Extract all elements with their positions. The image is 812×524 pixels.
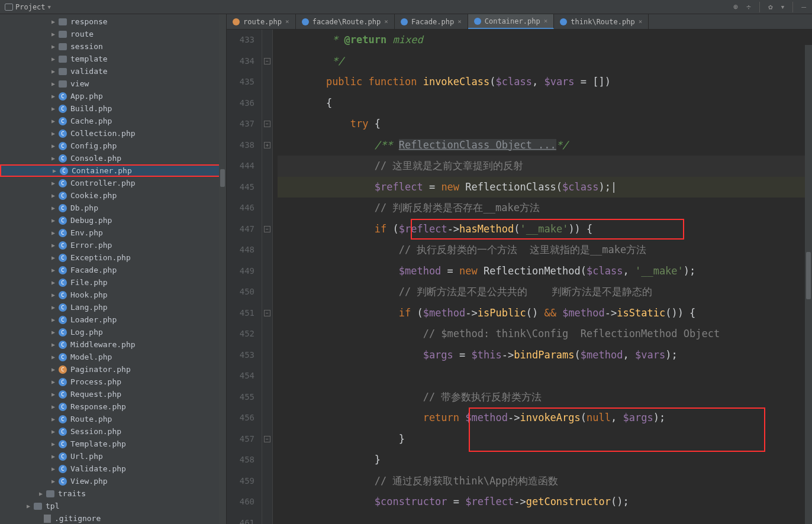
editor-tab[interactable]: Facade.php× — [395, 14, 468, 29]
scroll-from-source-icon[interactable]: ⊕ — [733, 2, 738, 11]
scrollbar-thumb[interactable] — [220, 169, 225, 187]
tree-item[interactable]: ▶Cache.php — [0, 115, 226, 127]
fold-toggle-icon[interactable]: + — [264, 142, 270, 148]
code-line[interactable]: /** ReflectionClass Object ...*/ — [278, 135, 812, 156]
expand-icon[interactable]: ▶ — [50, 316, 56, 323]
tree-item[interactable]: ▶Template.php — [0, 438, 226, 450]
expand-icon[interactable]: ▶ — [50, 18, 56, 25]
code-line[interactable] — [278, 513, 812, 525]
expand-icon[interactable]: ▶ — [50, 217, 56, 224]
scrollbar-thumb[interactable] — [806, 252, 811, 299]
code-line[interactable]: // 判断方法是不是公共共的 判断方法是不是静态的 — [278, 282, 812, 303]
code-line[interactable]: } — [278, 429, 812, 450]
tree-item[interactable]: ▶Loader.php — [0, 313, 226, 326]
tree-item[interactable]: ▶Console.php — [0, 152, 226, 164]
tree-item[interactable]: ▶Error.php — [0, 239, 226, 251]
sidebar-scrollbar[interactable] — [219, 14, 226, 524]
tree-item[interactable]: ▶Hook.php — [0, 289, 226, 301]
code-line[interactable]: return $method->invokeArgs(null, $args); — [278, 407, 812, 429]
code-line[interactable]: // 通过反射获取think\App的构造函数 — [278, 471, 812, 492]
project-tool-button[interactable]: Project ▼ — [0, 3, 56, 11]
close-icon[interactable]: × — [285, 18, 289, 25]
expand-icon[interactable]: ▶ — [50, 242, 56, 248]
expand-icon[interactable]: ▶ — [50, 192, 56, 199]
expand-icon[interactable]: ▶ — [50, 43, 56, 50]
expand-icon[interactable]: ▶ — [50, 391, 56, 397]
editor-tab[interactable]: facade\Route.php× — [296, 14, 395, 29]
expand-icon[interactable]: ▶ — [50, 229, 56, 236]
collapse-all-icon[interactable]: ÷ — [746, 2, 751, 11]
expand-icon[interactable]: ▶ — [50, 354, 56, 360]
expand-icon[interactable]: ▶ — [50, 118, 56, 124]
code-line[interactable]: $constructor = $reflect->getConstructor(… — [278, 491, 812, 513]
tree-item[interactable]: ▶Model.php — [0, 351, 226, 363]
tree-item[interactable]: ▶View.php — [0, 475, 226, 487]
close-icon[interactable]: × — [384, 18, 388, 25]
expand-icon[interactable]: ▶ — [50, 180, 56, 186]
expand-icon[interactable]: ▶ — [50, 292, 56, 298]
expand-icon[interactable]: ▶ — [50, 68, 56, 75]
code-line[interactable]: // 带参数执行反射类方法 — [278, 387, 812, 408]
project-sidebar[interactable]: ▶response▶route▶session▶template▶validat… — [0, 14, 227, 524]
code-line[interactable]: { — [278, 93, 812, 114]
tree-item[interactable]: ▶File.php — [0, 276, 226, 289]
code-line[interactable]: */ — [278, 51, 812, 72]
tree-item[interactable]: ▶Facade.php — [0, 264, 226, 276]
fold-toggle-icon[interactable]: − — [264, 226, 270, 232]
code-line[interactable]: // 执行反射类的一个方法 这里就指的是__make方法 — [278, 240, 812, 261]
code-line[interactable]: * @return mixed — [278, 30, 812, 51]
close-icon[interactable]: × — [457, 18, 462, 25]
code-line[interactable]: // $method: think\Config ReflectionMetho… — [278, 324, 812, 345]
fold-toggle-icon[interactable]: − — [264, 58, 270, 64]
expand-icon[interactable]: ▶ — [50, 205, 56, 211]
expand-icon[interactable]: ▶ — [50, 379, 56, 385]
tree-item[interactable]: ▶Controller.php — [0, 177, 226, 189]
fold-column[interactable]: −−+−−− — [262, 30, 273, 524]
code-line[interactable]: try { — [278, 114, 812, 135]
code-line[interactable]: if ($reflect->hasMethod('__make')) { — [278, 219, 812, 240]
tree-item[interactable]: ▶Paginator.php — [0, 363, 226, 376]
expand-icon[interactable]: ▶ — [50, 341, 56, 348]
tree-item[interactable]: ▶Collection.php — [0, 127, 226, 140]
editor-tab[interactable]: route.php× — [227, 14, 296, 29]
expand-icon[interactable]: ▶ — [50, 56, 56, 62]
tree-item[interactable]: ▶Db.php — [0, 202, 226, 214]
tree-item[interactable]: ▶Debug.php — [0, 214, 226, 227]
tree-item[interactable]: ▶Log.php — [0, 326, 226, 338]
fold-toggle-icon[interactable]: − — [264, 436, 270, 442]
expand-icon[interactable]: ▶ — [50, 155, 56, 161]
tree-item[interactable]: ▶template — [0, 53, 226, 65]
expand-icon[interactable]: ▶ — [50, 416, 56, 422]
expand-icon[interactable]: ▶ — [50, 465, 56, 472]
tree-item[interactable]: ▶traits — [0, 487, 226, 500]
expand-icon[interactable]: ▶ — [50, 366, 56, 373]
tree-item[interactable]: ▶Middleware.php — [0, 338, 226, 351]
editor-scrollbar[interactable] — [805, 45, 812, 524]
expand-icon[interactable]: ▶ — [50, 403, 56, 410]
tree-item[interactable]: ▶Process.php — [0, 376, 226, 388]
tree-item[interactable]: ▶Config.php — [0, 140, 226, 152]
fold-toggle-icon[interactable]: − — [264, 121, 270, 127]
expand-icon[interactable]: ▶ — [50, 428, 56, 435]
close-icon[interactable]: × — [544, 17, 548, 25]
expand-icon[interactable]: ▶ — [50, 254, 56, 261]
expand-icon[interactable]: ▶ — [50, 304, 56, 310]
expand-icon[interactable]: ▶ — [50, 93, 56, 99]
expand-icon[interactable]: ▶ — [50, 130, 56, 137]
tree-item[interactable]: ▶view — [0, 77, 226, 90]
code-line[interactable]: // 这里就是之前文章提到的反射 — [278, 156, 812, 177]
expand-icon[interactable]: ▶ — [50, 329, 56, 335]
expand-icon[interactable]: ▶ — [51, 167, 57, 174]
tree-item[interactable]: ▶route — [0, 28, 226, 40]
tree-item[interactable]: ▶response — [0, 15, 226, 28]
tree-item[interactable]: ▶Lang.php — [0, 301, 226, 313]
tree-item[interactable]: ▶Response.php — [0, 400, 226, 413]
tree-item[interactable]: ▶Exception.php — [0, 251, 226, 264]
tree-item[interactable]: ▶validate — [0, 65, 226, 77]
expand-icon[interactable]: ▶ — [50, 279, 56, 286]
editor-tab[interactable]: Container.php× — [468, 14, 555, 29]
tree-item[interactable]: ▶Session.php — [0, 425, 226, 438]
hide-icon[interactable]: — — [801, 2, 806, 11]
expand-icon[interactable]: ▶ — [25, 503, 31, 509]
tree-item[interactable]: ▶Request.php — [0, 388, 226, 400]
